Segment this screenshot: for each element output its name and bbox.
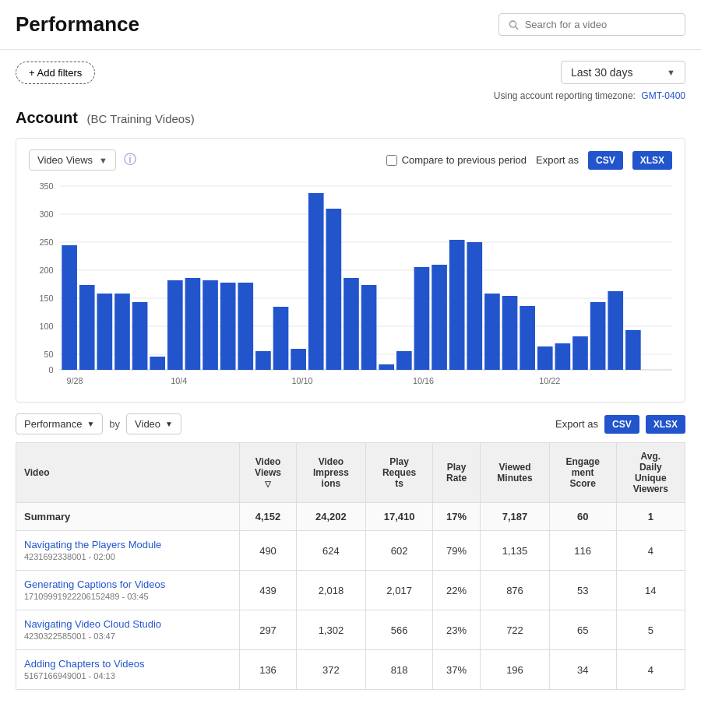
table-csv-button[interactable]: CSV <box>604 415 639 434</box>
video-id: 4231692338001 - 02:00 <box>24 552 115 561</box>
svg-rect-49 <box>608 291 623 370</box>
data-table: Video VideoViews▽ VideoImpressions PlayR… <box>16 442 685 690</box>
svg-text:200: 200 <box>39 266 53 275</box>
metric-select[interactable]: Video Views ▼ <box>29 149 116 171</box>
performance-select[interactable]: Performance ▼ <box>16 413 103 434</box>
table-toolbar: Performance ▼ by Video ▼ Export as CSV X… <box>16 413 685 434</box>
svg-rect-28 <box>238 283 253 370</box>
video-select[interactable]: Video ▼ <box>126 413 181 434</box>
svg-rect-32 <box>308 193 324 370</box>
search-input[interactable] <box>525 19 675 30</box>
col-engagement: EngagementScore <box>549 443 616 503</box>
svg-rect-20 <box>97 294 113 370</box>
info-icon[interactable]: ⓘ <box>124 152 136 168</box>
svg-rect-45 <box>537 346 553 370</box>
chart-xlsx-button[interactable]: XLSX <box>632 151 672 170</box>
summary-avg-viewers: 1 <box>616 503 685 531</box>
svg-rect-42 <box>484 294 500 370</box>
col-impressions: VideoImpressions <box>296 443 366 503</box>
col-viewed-minutes: ViewedMinutes <box>481 443 550 503</box>
video-link[interactable]: Navigating Video Cloud Studio <box>24 618 231 630</box>
svg-rect-44 <box>520 306 535 370</box>
svg-text:300: 300 <box>39 209 53 219</box>
svg-rect-24 <box>167 280 183 370</box>
video-cell: Generating Captions for Videos 171099919… <box>16 571 240 610</box>
timezone-link[interactable]: GMT-0400 <box>641 90 685 101</box>
page-header: Performance <box>0 0 701 50</box>
svg-rect-40 <box>449 240 465 370</box>
svg-rect-50 <box>625 330 641 370</box>
summary-row: Summary 4,152 24,202 17,410 17% 7,187 60… <box>16 503 685 531</box>
video-cell: Navigating the Players Module 4231692338… <box>16 531 240 571</box>
svg-text:250: 250 <box>39 237 53 247</box>
svg-text:9/28: 9/28 <box>66 376 83 385</box>
svg-rect-39 <box>432 265 447 370</box>
svg-rect-30 <box>273 307 289 370</box>
search-box[interactable] <box>498 13 685 36</box>
svg-rect-26 <box>203 280 218 370</box>
table-header-row: Video VideoViews▽ VideoImpressions PlayR… <box>16 443 685 503</box>
account-title: Account (BC Training Videos) <box>16 109 685 127</box>
svg-rect-27 <box>220 283 236 370</box>
svg-rect-22 <box>132 302 148 370</box>
summary-viewed-minutes: 7,187 <box>481 503 550 531</box>
col-video: Video <box>16 443 240 503</box>
video-chevron-icon: ▼ <box>165 420 173 428</box>
chevron-down-icon: ▼ <box>667 68 675 77</box>
svg-text:10/16: 10/16 <box>413 376 434 385</box>
bar-chart-container: 350 300 250 200 150 100 50 0 <box>29 178 672 391</box>
chart-controls: Video Views ▼ ⓘ Compare to previous peri… <box>29 149 672 171</box>
svg-rect-38 <box>414 267 430 370</box>
table-export-controls: Export as CSV XLSX <box>555 415 685 434</box>
svg-text:100: 100 <box>39 322 53 331</box>
table-section: Performance ▼ by Video ▼ Export as CSV X… <box>16 413 685 690</box>
svg-text:10/4: 10/4 <box>171 376 187 385</box>
export-as-label: Export as <box>536 154 579 166</box>
video-id: 4230322585001 - 03:47 <box>24 631 115 641</box>
table-filter-controls: Performance ▼ by Video ▼ <box>16 413 181 434</box>
perf-chevron-icon: ▼ <box>86 420 94 428</box>
video-link[interactable]: Adding Chapters to Videos <box>24 658 231 670</box>
col-views[interactable]: VideoViews▽ <box>240 443 296 503</box>
svg-line-1 <box>516 26 518 29</box>
video-cell: Adding Chapters to Videos 5167166949001 … <box>16 650 240 690</box>
svg-text:10/10: 10/10 <box>292 376 313 385</box>
svg-rect-21 <box>114 294 130 370</box>
chart-csv-button[interactable]: CSV <box>588 151 623 170</box>
search-icon <box>509 19 519 30</box>
video-cell: Navigating Video Cloud Studio 4230322585… <box>16 610 240 650</box>
svg-rect-34 <box>343 278 359 370</box>
account-name: (BC Training Videos) <box>87 112 195 125</box>
svg-rect-33 <box>326 209 342 370</box>
chart-right-controls: Compare to previous period Export as CSV… <box>386 151 672 170</box>
by-label: by <box>109 418 120 430</box>
summary-views: 4,152 <box>240 503 296 531</box>
col-play-rate: PlayRate <box>433 443 481 503</box>
add-filters-button[interactable]: + Add filters <box>16 62 95 84</box>
svg-rect-37 <box>396 351 412 370</box>
svg-text:0: 0 <box>48 365 53 375</box>
col-play-requests: PlayRequests <box>366 443 433 503</box>
svg-text:350: 350 <box>39 181 53 191</box>
col-avg-viewers: Avg.DailyUniqueViewers <box>616 443 685 503</box>
summary-play-requests: 17,410 <box>366 503 433 531</box>
table-row: Generating Captions for Videos 171099919… <box>16 571 685 610</box>
svg-text:150: 150 <box>39 294 53 303</box>
table-row: Navigating the Players Module 4231692338… <box>16 531 685 571</box>
compare-label[interactable]: Compare to previous period <box>386 154 527 166</box>
svg-rect-23 <box>150 357 165 370</box>
summary-engagement: 60 <box>549 503 616 531</box>
video-id: 5167166949001 - 04:13 <box>24 671 115 681</box>
video-link[interactable]: Navigating the Players Module <box>24 539 231 550</box>
table-xlsx-button[interactable]: XLSX <box>646 415 685 434</box>
svg-text:50: 50 <box>44 350 53 359</box>
summary-impressions: 24,202 <box>296 503 366 531</box>
compare-checkbox[interactable] <box>386 155 397 166</box>
metric-chevron-icon: ▼ <box>99 156 107 165</box>
table-export-label: Export as <box>555 418 598 430</box>
video-id: 17109991922206152489 - 03:45 <box>24 592 149 601</box>
video-link[interactable]: Generating Captions for Videos <box>24 579 231 590</box>
summary-play-rate: 17% <box>433 503 481 531</box>
date-range-select[interactable]: Last 30 days ▼ <box>561 61 685 84</box>
date-range-label: Last 30 days <box>571 66 632 79</box>
